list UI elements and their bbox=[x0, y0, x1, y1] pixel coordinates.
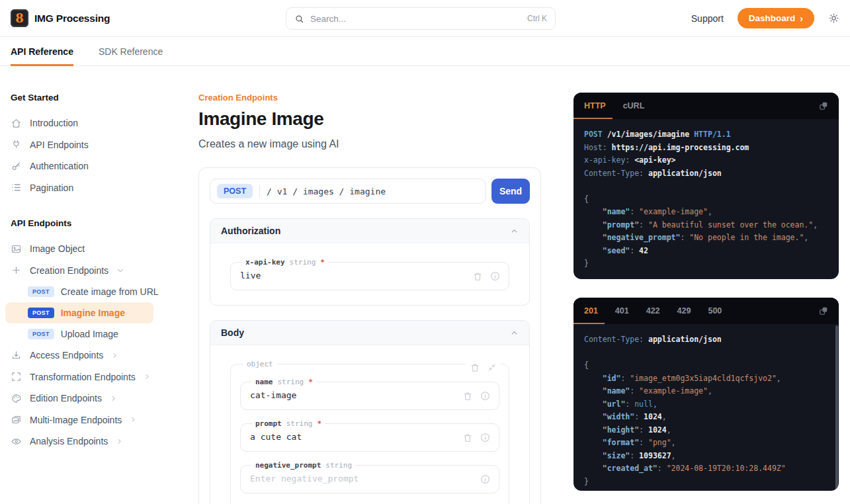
multi-image-icon bbox=[11, 414, 22, 425]
response-code: Content-Type: application/json{ "id": "i… bbox=[574, 324, 839, 491]
image-icon bbox=[11, 243, 22, 255]
post-method-badge: POST bbox=[28, 308, 54, 318]
plug-icon bbox=[11, 139, 22, 150]
brand-logo-icon: 8 bbox=[11, 9, 28, 27]
tab-sdk-reference[interactable]: SDK Reference bbox=[99, 37, 163, 65]
transform-icon bbox=[11, 371, 22, 382]
body-section-header[interactable]: Body bbox=[210, 321, 529, 345]
dashboard-button[interactable]: Dashboard › bbox=[738, 8, 814, 28]
chevron-right-icon bbox=[111, 352, 118, 359]
field-type: string bbox=[278, 378, 304, 386]
sidebar-item-multi-image-endpoints[interactable]: Multi-Image Endpoints bbox=[11, 409, 164, 431]
tab-status-429[interactable]: 429 bbox=[677, 298, 691, 324]
trash-icon[interactable] bbox=[462, 391, 473, 401]
main-content: Creation Endpoints Imagine Image Creates… bbox=[198, 66, 541, 504]
sidebar-item-label: Upload Image bbox=[61, 329, 118, 339]
search-input[interactable] bbox=[310, 14, 521, 24]
sidebar-item-transformation-endpoints[interactable]: Transformation Endpoints bbox=[11, 366, 164, 388]
section-title: Body bbox=[221, 327, 244, 338]
sidebar-item-pagination[interactable]: Pagination bbox=[11, 177, 164, 199]
sidebar-item-label: Transformation Endpoints bbox=[30, 372, 136, 382]
info-icon[interactable] bbox=[480, 474, 491, 485]
doc-tabs: API Reference SDK Reference bbox=[0, 37, 850, 66]
required-asterisk: * bbox=[308, 378, 313, 386]
info-icon[interactable] bbox=[480, 432, 491, 443]
sidebar-item-access-endpoints[interactable]: Access Endpoints bbox=[11, 345, 164, 366]
chevron-down-icon bbox=[116, 267, 124, 274]
copy-icon[interactable] bbox=[808, 93, 839, 119]
field-name: name bbox=[255, 378, 273, 386]
palette-icon bbox=[11, 393, 22, 404]
chevron-up-icon bbox=[510, 227, 519, 235]
top-header: 8 IMG Processing Ctrl K Support Dashboar… bbox=[0, 0, 850, 37]
tab-curl[interactable]: cURL bbox=[623, 93, 645, 119]
request-code: POST /v1/images/imagine HTTP/1.1Host: ht… bbox=[574, 119, 839, 279]
request-tabs: HTTP cURL bbox=[574, 93, 839, 119]
sidebar-item-authentication[interactable]: Authentication bbox=[11, 155, 164, 177]
page-subtitle: Creates a new image using AI bbox=[198, 138, 541, 150]
negative-prompt-input[interactable] bbox=[249, 471, 473, 487]
required-asterisk: * bbox=[320, 258, 325, 267]
divider bbox=[259, 185, 260, 197]
sidebar-item-creation-endpoints[interactable]: Creation Endpoints bbox=[11, 260, 164, 282]
trash-icon[interactable] bbox=[462, 433, 473, 443]
sidebar-item-label: Image Object bbox=[30, 243, 85, 254]
theme-toggle-sun-icon[interactable] bbox=[828, 13, 839, 24]
sidebar-item-api-endpoints[interactable]: API Endpoints bbox=[11, 134, 164, 156]
sidebar-item-upload-image[interactable]: POST Upload Image bbox=[11, 323, 164, 345]
sidebar-item-image-object[interactable]: Image Object bbox=[11, 238, 164, 260]
eye-icon bbox=[11, 436, 22, 447]
section-title: Authorization bbox=[221, 226, 280, 236]
x-api-key-field: x-api-key string * bbox=[230, 258, 509, 290]
field-type: string bbox=[290, 258, 316, 267]
search-shortcut: Ctrl K bbox=[527, 14, 547, 23]
chevron-right-icon bbox=[110, 395, 117, 402]
sidebar-item-label: Authentication bbox=[30, 161, 89, 171]
tab-status-422[interactable]: 422 bbox=[646, 298, 660, 324]
send-button[interactable]: Send bbox=[491, 179, 530, 204]
search-box[interactable]: Ctrl K bbox=[286, 7, 556, 30]
endpoint-path: / v1 / images / imagine bbox=[267, 187, 386, 196]
tab-status-201[interactable]: 201 bbox=[584, 298, 598, 324]
name-input[interactable] bbox=[249, 388, 456, 404]
sidebar-item-label: Create image from URL bbox=[61, 286, 159, 297]
prompt-input[interactable] bbox=[249, 429, 456, 446]
breadcrumb[interactable]: Creation Endpoints bbox=[198, 93, 541, 103]
endpoint-path-input[interactable]: POST / v1 / images / imagine bbox=[210, 179, 486, 204]
key-icon bbox=[11, 161, 22, 172]
sidebar-section-title: API Endpoints bbox=[11, 218, 164, 228]
post-method-badge: POST bbox=[28, 329, 54, 339]
brand-name: IMG Processing bbox=[34, 13, 110, 24]
info-icon[interactable] bbox=[489, 271, 501, 282]
authorization-section-header[interactable]: Authorization bbox=[210, 219, 529, 243]
request-example-panel: HTTP cURL POST /v1/images/imagine HTTP/1… bbox=[574, 93, 839, 279]
prompt-field: prompt string * bbox=[240, 419, 499, 452]
body-object-group: object name string * bbox=[230, 360, 509, 504]
sidebar-item-label: Creation Endpoints bbox=[30, 265, 108, 276]
support-link[interactable]: Support bbox=[691, 13, 724, 24]
collapse-icon[interactable] bbox=[487, 362, 497, 373]
x-api-key-input[interactable] bbox=[239, 268, 466, 284]
trash-icon[interactable] bbox=[472, 271, 483, 282]
tab-api-reference[interactable]: API Reference bbox=[11, 37, 73, 65]
sidebar-item-create-image-from-url[interactable]: POST Create image from URL bbox=[11, 281, 164, 302]
post-method-badge: POST bbox=[28, 286, 54, 297]
chevron-right-icon bbox=[116, 438, 123, 445]
brand[interactable]: 8 IMG Processing bbox=[11, 9, 110, 27]
field-type: string bbox=[286, 419, 313, 428]
sidebar-item-imagine-image[interactable]: POST Imagine Image bbox=[5, 302, 153, 323]
tab-status-401[interactable]: 401 bbox=[615, 298, 629, 324]
copy-icon[interactable] bbox=[808, 298, 839, 324]
response-tabs: 201 401 422 429 500 bbox=[574, 298, 839, 324]
sidebar-item-label: Access Endpoints bbox=[30, 350, 103, 360]
trash-icon[interactable] bbox=[470, 362, 480, 373]
info-icon[interactable] bbox=[480, 390, 491, 401]
tab-http[interactable]: HTTP bbox=[584, 93, 606, 119]
sidebar-item-introduction[interactable]: Introduction bbox=[11, 112, 164, 134]
tab-status-500[interactable]: 500 bbox=[708, 298, 722, 324]
scrollbar[interactable] bbox=[835, 325, 838, 489]
sidebar-item-edition-endpoints[interactable]: Edition Endpoints bbox=[11, 388, 164, 409]
negative-prompt-field: negative_prompt string bbox=[240, 461, 499, 493]
sidebar-item-analysis-endpoints[interactable]: Analysis Endpoints bbox=[11, 431, 164, 452]
chevron-up-icon bbox=[510, 329, 519, 337]
